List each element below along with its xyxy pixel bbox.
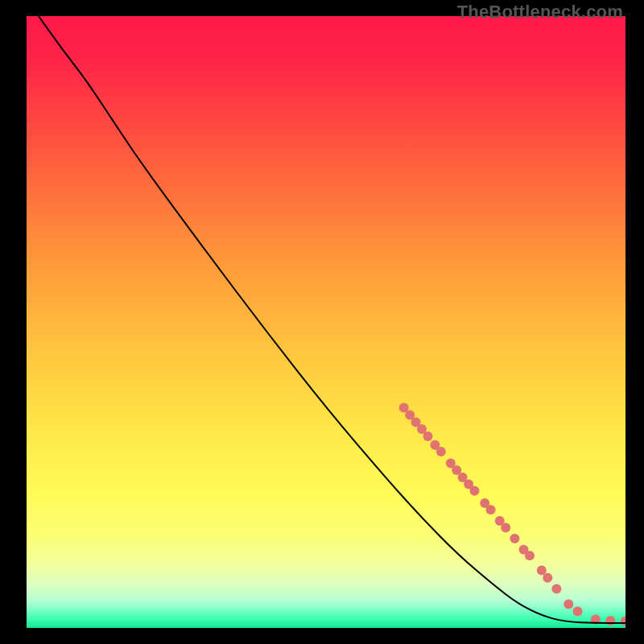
markers-group: [399, 402, 625, 625]
data-marker: [501, 522, 510, 532]
data-marker: [510, 534, 519, 543]
data-marker: [551, 584, 561, 593]
curve-layer: [27, 16, 625, 628]
data-marker: [436, 447, 446, 456]
data-marker: [423, 431, 433, 441]
plot-area: [27, 16, 625, 628]
data-marker: [621, 617, 625, 626]
data-marker: [573, 607, 583, 617]
data-marker: [525, 551, 535, 560]
data-marker: [486, 505, 496, 514]
data-marker: [605, 616, 615, 625]
data-marker: [543, 573, 552, 583]
data-marker: [564, 599, 573, 609]
data-marker: [470, 486, 480, 496]
chart-frame: TheBottleneck.com: [0, 0, 644, 644]
watermark-label: TheBottleneck.com: [457, 2, 623, 23]
bottleneck-curve: [39, 16, 625, 623]
